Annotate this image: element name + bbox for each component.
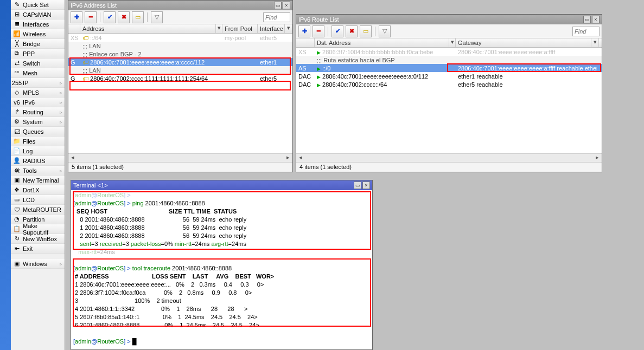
menu-icon: ↻: [13, 235, 21, 243]
sidebar-item-routing[interactable]: ↱Routing▹: [11, 107, 65, 117]
close-button[interactable]: ×: [283, 2, 290, 9]
sidebar-item-metarouter[interactable]: 🛡MetaROUTER: [11, 205, 65, 215]
sidebar-item-new-terminal[interactable]: ▣New Terminal: [11, 176, 65, 185]
route-row[interactable]: DAC▶ 2806:40c:7002:cccc::/64ether5 reach…: [296, 80, 602, 88]
sidebar-item-log[interactable]: 📄Log: [11, 146, 65, 156]
h-scrollbar[interactable]: ◂▸: [296, 153, 602, 162]
remove-button[interactable]: ━: [85, 11, 97, 23]
sidebar-label: Exit: [23, 245, 33, 252]
sidebar-item-exit[interactable]: ⇤Exit: [11, 244, 65, 254]
sidebar-item-radius[interactable]: 👤RADIUS: [11, 156, 65, 166]
terminal-output[interactable]: [admin@RouterOS] > [admin@RouterOS] > pi…: [71, 190, 372, 349]
filter-button[interactable]: ▽: [151, 11, 163, 23]
sidebar-item-make-supout.rif[interactable]: 📋Make Supout.rif: [11, 224, 65, 234]
detach-button[interactable]: ▭: [583, 16, 591, 23]
interface-cell: ether5: [258, 75, 290, 82]
terminal-window: Terminal <1> ▭ × [admin@RouterOS] > [adm…: [71, 180, 373, 350]
sidebar-item-ipv6[interactable]: v6IPv6▹: [11, 98, 65, 107]
disable-button[interactable]: ✖: [346, 25, 358, 37]
comment-row[interactable]: ;;; Ruta estatica hacia el BGP: [296, 56, 602, 64]
sidebar-item-tools[interactable]: 🛠Tools▹: [11, 166, 65, 176]
sidebar-item-mesh[interactable]: °°Mesh: [11, 68, 65, 78]
find-input[interactable]: [572, 27, 600, 36]
comment-row[interactable]: ;;; LAN: [68, 42, 292, 50]
check-icon: ✔: [335, 28, 340, 35]
comment-row[interactable]: ;;; Enlace con BGP - 2: [68, 50, 292, 58]
enable-button[interactable]: ✔: [331, 25, 343, 37]
sidebar-item-ppp[interactable]: ⧉PPP: [11, 49, 65, 59]
sidebar-item-switch[interactable]: ⇄Switch: [11, 59, 65, 68]
sidebar-item-capsman[interactable]: ⊞CAPsMAN: [11, 10, 65, 20]
submenu-icon: ▹: [60, 168, 62, 173]
gateway-cell: 2806:40c:7001:eeee:eeee:eeee:a:ffff: [456, 49, 597, 55]
status-bar: 4 items (1 selected): [296, 162, 602, 172]
sidebar-item-interfaces[interactable]: ≣Interfaces: [11, 20, 65, 29]
sidebar-item-system[interactable]: ⚙System▹: [11, 117, 65, 127]
route-row[interactable]: XS▶ 2806:3f7:1004:bbbb:bbbb:bbbb:f0ca:be…: [296, 48, 602, 56]
sidebar-item-quick-set[interactable]: ✎Quick Set: [11, 0, 65, 10]
flag-cell: XS: [296, 49, 315, 55]
comment-row[interactable]: ;;; LAN: [68, 66, 292, 74]
filter-icon: ▽: [382, 28, 387, 35]
sidebar-label: Mesh: [23, 70, 37, 76]
add-button[interactable]: ✚: [71, 11, 82, 23]
find-input[interactable]: [263, 12, 290, 22]
address-row[interactable]: XS🏷 ::/64my-poolether5: [68, 34, 292, 42]
sidebar-item-lcd[interactable]: ▭LCD: [11, 195, 65, 205]
menu-icon: ⧉: [13, 50, 21, 57]
menu-icon: ✎: [13, 1, 21, 9]
disable-button[interactable]: ✖: [118, 11, 130, 23]
sidebar-label: IPv6: [23, 99, 35, 106]
titlebar-address[interactable]: IPv6 Address List ▭ ×: [68, 1, 292, 10]
sidebar-item-queues[interactable]: 🗠Queues: [11, 127, 65, 137]
address-row[interactable]: G🏷 2806:40c:7001:eeee:eeee:eeee:a:cccc/1…: [68, 58, 292, 66]
sidebar-item-ip[interactable]: 255IP▹: [11, 78, 65, 88]
sidebar-label: System: [23, 119, 43, 125]
address-grid[interactable]: Address ▾ From Pool Interface ▾ XS🏷 ::/6…: [68, 24, 292, 153]
sidebar-item-files[interactable]: 📁Files: [11, 137, 65, 146]
flag-cell: XS: [68, 35, 80, 41]
menu-icon: 🛡: [13, 206, 21, 213]
grid-header[interactable]: Dst. Address ▾ Gateway ▾: [296, 38, 602, 48]
detach-button[interactable]: ▭: [274, 2, 282, 9]
flag-cell: DAC: [296, 81, 315, 88]
sidebar-label: New Terminal: [23, 177, 59, 184]
sidebar-item-bridge[interactable]: ╳Bridge: [11, 39, 65, 49]
menu-icon: ↱: [13, 108, 21, 116]
sidebar-item-dot1x[interactable]: ❖Dot1X: [11, 185, 65, 195]
titlebar-route[interactable]: IPv6 Route List ▭ ×: [296, 15, 602, 24]
comment-button[interactable]: ▭: [360, 25, 372, 37]
sidebar-item-new-winbox[interactable]: ↻New WinBox: [11, 234, 65, 244]
enable-button[interactable]: ✔: [104, 11, 116, 23]
menu-icon: ⇤: [13, 245, 21, 252]
add-button[interactable]: ✚: [298, 25, 310, 37]
submenu-icon: ▹: [60, 100, 62, 105]
close-button[interactable]: ×: [362, 182, 370, 189]
route-row[interactable]: AS▶ ::/02806:40c:7001:eeee:eeee:eeee:a:f…: [296, 64, 602, 72]
sidebar-item-windows[interactable]: ▣Windows▹: [11, 259, 65, 269]
x-icon: ✖: [122, 14, 126, 21]
route-grid[interactable]: Dst. Address ▾ Gateway ▾ XS▶ 2806:3f7:10…: [296, 38, 602, 153]
h-scrollbar[interactable]: ◂▸: [68, 153, 292, 162]
window-title: Terminal <1>: [73, 182, 353, 189]
menu-icon: ◇: [13, 89, 21, 96]
sidebar-label: Wireless: [23, 31, 46, 37]
col-interface: Interface: [258, 24, 285, 33]
note-icon: ▭: [363, 28, 368, 35]
close-button[interactable]: ×: [592, 16, 600, 23]
sidebar-item-mpls[interactable]: ◇MPLS▹: [11, 88, 65, 98]
menu-icon: ⇄: [13, 60, 21, 67]
titlebar-terminal[interactable]: Terminal <1> ▭ ×: [71, 180, 372, 190]
address-row[interactable]: G🏷 2806:40c:7002:cccc:1111:1111:1111:254…: [68, 74, 292, 82]
remove-button[interactable]: ━: [313, 25, 324, 37]
sidebar-item-wireless[interactable]: 📶Wireless: [11, 29, 65, 39]
comment-button[interactable]: ▭: [132, 11, 144, 23]
grid-header[interactable]: Address ▾ From Pool Interface ▾: [68, 24, 292, 34]
side-rail: [0, 0, 11, 350]
menu-icon: 🗠: [13, 128, 21, 135]
filter-button[interactable]: ▽: [379, 25, 391, 37]
col-dst: Dst. Address: [315, 38, 449, 47]
route-row[interactable]: DAC▶ 2806:40c:7001:eeee:eeee:eeee:a:0/11…: [296, 72, 602, 80]
detach-button[interactable]: ▭: [354, 182, 361, 189]
status-bar: 5 items (1 selected): [68, 162, 292, 172]
